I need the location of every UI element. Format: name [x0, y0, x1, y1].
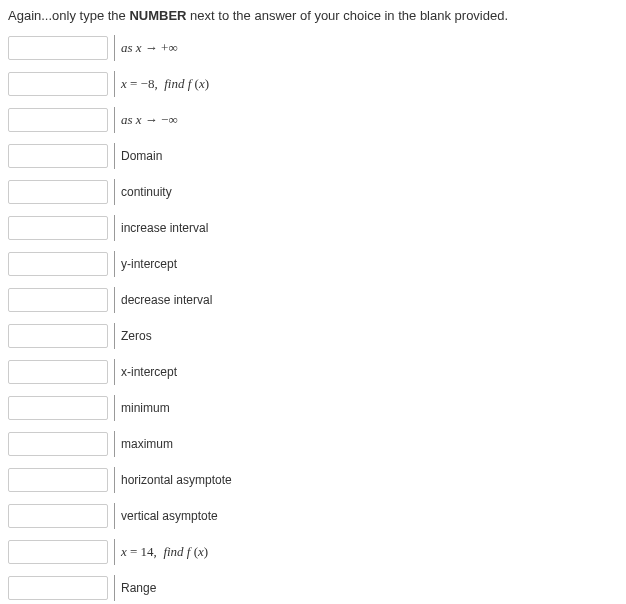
row-label: minimum [121, 401, 170, 415]
row-label: decrease interval [121, 293, 212, 307]
answer-row: maximum [8, 431, 618, 457]
separator-bar [114, 395, 115, 421]
answer-row: x = −8, find f (x) [8, 71, 618, 97]
answer-row: increase interval [8, 215, 618, 241]
separator-bar [114, 35, 115, 61]
answer-row: continuity [8, 179, 618, 205]
separator-bar [114, 251, 115, 277]
instruction-prefix: Again...only type the [8, 8, 129, 23]
separator-bar [114, 107, 115, 133]
answer-input[interactable] [8, 216, 108, 240]
row-label: vertical asymptote [121, 509, 218, 523]
instruction-bold: NUMBER [129, 8, 186, 23]
separator-bar [114, 215, 115, 241]
separator-bar [114, 431, 115, 457]
answer-row: vertical asymptote [8, 503, 618, 529]
answer-input[interactable] [8, 108, 108, 132]
answer-input[interactable] [8, 288, 108, 312]
answer-row: horizontal asymptote [8, 467, 618, 493]
answer-row: Domain [8, 143, 618, 169]
separator-bar [114, 179, 115, 205]
answer-input[interactable] [8, 540, 108, 564]
row-label: Zeros [121, 329, 152, 343]
separator-bar [114, 143, 115, 169]
answer-input[interactable] [8, 144, 108, 168]
answer-row: Zeros [8, 323, 618, 349]
row-label: continuity [121, 185, 172, 199]
answer-row: Range [8, 575, 618, 601]
row-label: as x → +∞ [121, 40, 178, 56]
separator-bar [114, 575, 115, 601]
row-label: Domain [121, 149, 162, 163]
row-label: as x → −∞ [121, 112, 178, 128]
instruction-suffix: next to the answer of your choice in the… [186, 8, 508, 23]
answer-row: x = 14, find f (x) [8, 539, 618, 565]
answer-input[interactable] [8, 504, 108, 528]
row-label: y-intercept [121, 257, 177, 271]
separator-bar [114, 323, 115, 349]
row-label: increase interval [121, 221, 208, 235]
rows-container: as x → +∞x = −8, find f (x)as x → −∞Doma… [8, 35, 618, 601]
answer-input[interactable] [8, 432, 108, 456]
answer-row: decrease interval [8, 287, 618, 313]
answer-row: minimum [8, 395, 618, 421]
row-label: maximum [121, 437, 173, 451]
row-label: horizontal asymptote [121, 473, 232, 487]
separator-bar [114, 539, 115, 565]
separator-bar [114, 503, 115, 529]
answer-input[interactable] [8, 180, 108, 204]
row-label: x = 14, find f (x) [121, 544, 208, 560]
answer-input[interactable] [8, 396, 108, 420]
answer-row: as x → +∞ [8, 35, 618, 61]
row-label: x = −8, find f (x) [121, 76, 209, 92]
answer-row: x-intercept [8, 359, 618, 385]
separator-bar [114, 359, 115, 385]
answer-row: y-intercept [8, 251, 618, 277]
instruction-text: Again...only type the NUMBER next to the… [8, 8, 618, 23]
answer-input[interactable] [8, 36, 108, 60]
separator-bar [114, 287, 115, 313]
answer-input[interactable] [8, 360, 108, 384]
separator-bar [114, 467, 115, 493]
answer-input[interactable] [8, 72, 108, 96]
answer-input[interactable] [8, 468, 108, 492]
answer-input[interactable] [8, 324, 108, 348]
row-label: Range [121, 581, 156, 595]
answer-input[interactable] [8, 576, 108, 600]
answer-row: as x → −∞ [8, 107, 618, 133]
answer-input[interactable] [8, 252, 108, 276]
separator-bar [114, 71, 115, 97]
row-label: x-intercept [121, 365, 177, 379]
